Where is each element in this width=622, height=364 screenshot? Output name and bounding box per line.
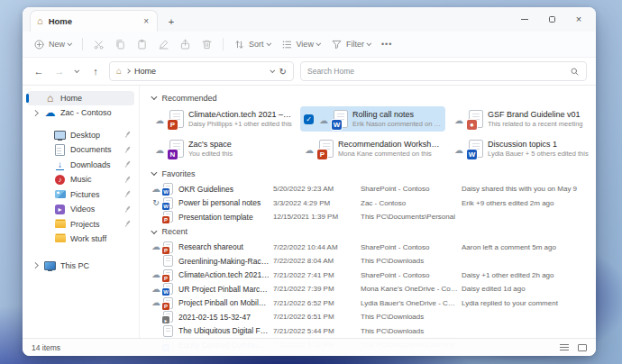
file-row[interactable]: W UR Project Pinball March Notes 7/21/20… [151,282,590,296]
file-row[interactable]: P Project Pinball on Mobile KickOff 7/21… [151,296,590,311]
card-subtitle: Erik Nason commented on this [352,120,442,128]
sidebar-item[interactable]: Documents [27,143,134,158]
chevron-down-icon [67,41,72,46]
view-button[interactable]: View [281,39,321,50]
section-header-favorites[interactable]: Favorites [152,168,590,179]
sidebar-item[interactable]: This PC [27,259,134,273]
file-name: OKR Guidelines [178,185,273,194]
file-row[interactable]: W Power bi personal notes 3/3/2022 4:29 … [151,196,590,211]
checkbox-checked-icon[interactable] [304,114,314,124]
file-location: This PC\Documents\Personal [361,213,462,221]
new-tab-button[interactable] [161,12,181,32]
search-box[interactable] [300,61,587,81]
file-row[interactable]: W OKR Guidelines 5/20/2022 9:23 AM Share… [151,182,590,196]
sidebar-item-icon [44,259,56,271]
sort-button[interactable]: Sort [233,39,271,50]
recommended-card[interactable]: P ClimateAction.tech 2021 – year in... D… [151,106,296,132]
window-body: Home Zac - Contoso [23,86,596,356]
file-name: ClimateAction.tech 2021 – year in review [178,270,273,279]
recommended-card[interactable]: W Rolling call notes Erik Nason commente… [300,106,445,132]
recommended-card[interactable]: ● GSF Brand Guideline v01 This related t… [450,106,595,132]
card-text: ClimateAction.tech 2021 – year in... Dai… [188,110,292,128]
chevron-down-icon [266,41,271,46]
copy-button[interactable] [114,39,126,50]
large-icons-view-icon[interactable] [578,344,587,351]
sidebar-item[interactable]: Zac - Contoso [27,106,134,121]
details-view-icon[interactable] [560,344,569,351]
sidebar-item[interactable]: Home [27,91,134,105]
close-button[interactable] [565,7,592,31]
cut-button[interactable] [93,39,105,50]
rename-button[interactable] [158,39,169,50]
minimize-icon [521,19,528,20]
chevron-expand-icon[interactable] [32,109,40,117]
cut-icon [93,39,105,50]
recommended-cards: P ClimateAction.tech 2021 – year in... D… [151,106,590,161]
file-name: 2021-02-15 15-32-47 [178,313,273,322]
file-row[interactable]: P ClimateAction.tech 2021 – year in revi… [151,268,590,283]
desktop-wallpaper: Home New [0,0,622,364]
share-icon [179,39,191,50]
file-row[interactable]: Greenlining-Making-Racial-Equity-Rea... … [151,254,590,268]
tab-close-icon[interactable] [142,17,151,26]
file-type-icon: ● [469,110,483,128]
new-icon [33,39,45,50]
pin-icon [122,189,133,200]
chevron-expand-icon[interactable] [32,261,40,269]
sidebar-item[interactable]: Pictures [27,187,134,202]
recommended-card[interactable]: N Zac's space You edited this [151,136,296,161]
file-type-icon: W [163,183,173,195]
breadcrumb[interactable]: Home [109,61,294,81]
cloud-status-icon [154,111,165,127]
sidebar-item[interactable]: Work stuff [27,232,134,247]
forward-button[interactable] [52,66,67,77]
file-location: SharePoint - Contoso [361,185,462,193]
filter-icon [331,39,343,50]
sidebar-item[interactable]: Projects [27,217,134,232]
sidebar-item[interactable]: Desktop [27,128,134,142]
new-button[interactable]: New [33,39,72,50]
file-type-badge: P [162,247,169,254]
sync-status-icon [151,285,161,294]
delete-button[interactable] [201,39,213,50]
sidebar-item[interactable]: Videos [27,203,134,217]
sync-status-icon [151,199,161,207]
maximize-button[interactable] [538,7,565,31]
rename-icon [158,39,169,50]
search-input[interactable] [307,67,565,76]
file-date: 7/22/2022 8:04 AM [273,257,361,265]
share-button[interactable] [179,39,191,50]
chevron-down-icon[interactable] [270,68,275,73]
recommended-card[interactable]: W Discussion topics 1 Lydia Bauer + 5 ot… [450,136,595,161]
sidebar-item-label: Downloads [70,160,119,169]
search-icon [570,67,580,77]
up-button[interactable] [88,66,103,77]
file-name: The Ubiquitous Digital File A Review o..… [178,326,273,335]
file-row[interactable]: The Ubiquitous Digital File A Review o..… [151,324,590,339]
sidebar-item[interactable]: Music [27,173,134,187]
section-label: Recommended [162,94,217,103]
section-header-recommended[interactable]: Recommended [152,92,590,104]
home-icon [116,67,122,76]
pin-icon [122,174,133,185]
card-title: Discussion topics 1 [488,140,591,149]
refresh-icon[interactable] [279,67,287,77]
back-button[interactable] [32,66,46,77]
sidebar-item-label: Pictures [70,190,119,199]
paste-button[interactable] [136,39,148,50]
sidebar-item[interactable]: Downloads [27,158,134,172]
recent-locations-button[interactable] [73,69,82,73]
more-options-button[interactable]: ••• [381,40,392,49]
file-name: Presentation template [178,213,273,222]
card-subtitle: This related to a recent meeting [488,120,591,128]
file-row[interactable]: P Presentation template 12/15/2021 1:39 … [151,210,590,224]
tab-home[interactable]: Home [30,10,158,32]
recommended-card[interactable]: P Recommendation Workshop Content Mona K… [300,136,445,161]
minimize-button[interactable] [511,7,538,31]
file-row[interactable]: ▸ 2021-02-15 15-32-47 7/21/2022 6:51 PM … [151,310,590,324]
sidebar-item-icon [54,188,66,200]
section-header-recent[interactable]: Recent [152,226,590,238]
sync-status-icon [151,298,161,307]
file-row[interactable]: P Research shareout 7/22/2022 10:44 AM S… [151,241,590,255]
filter-button[interactable]: Filter [331,39,371,50]
